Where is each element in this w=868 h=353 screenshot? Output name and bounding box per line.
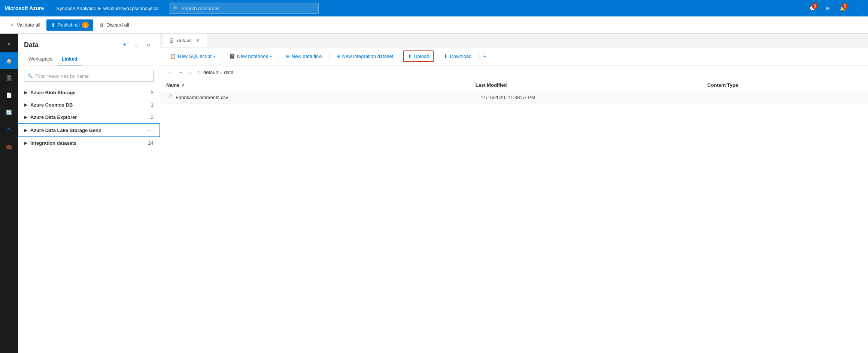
sync-nav-btn[interactable]: 🔄 — [0, 104, 18, 120]
bell-icon-btn[interactable]: 🔔 5 — [837, 2, 849, 14]
resource-count: 1 — [151, 102, 154, 108]
breadcrumb-workspace[interactable]: wsazuresynapseanalytics — [103, 6, 158, 11]
home-nav-btn[interactable]: 🏠 — [0, 52, 18, 69]
column-name-label: Name — [166, 82, 179, 88]
global-search[interactable]: 🔍 — [169, 3, 319, 14]
home-icon: 🏠 — [6, 58, 12, 64]
up-level-button[interactable]: ↑ — [195, 68, 201, 76]
side-nav: » 🏠 🗄️ 📄 🔄 ⊙ 💼 — [0, 34, 18, 353]
manage-icon: 💼 — [6, 144, 12, 150]
back-button[interactable]: ← — [166, 68, 174, 76]
dropdown-nav-button[interactable]: ⌵ — [187, 68, 193, 76]
file-name: FabrikamComments.csv — [176, 95, 481, 100]
resource-name: Azure Data Explorer — [30, 114, 151, 120]
upload-button[interactable]: ⬆ Upload — [403, 50, 434, 62]
breadcrumb-nav: ← → ⌵ ↑ default › data — [160, 65, 868, 79]
file-tab-default[interactable]: 🗄 default ✕ — [163, 34, 207, 47]
expand-collapse-btn[interactable]: » — [0, 35, 18, 52]
more-actions-button[interactable]: + — [482, 51, 488, 62]
file-row[interactable]: 📄 FabrikamComments.csv 11/16/2020, 11:38… — [160, 91, 868, 104]
sync-icon: 🔄 — [6, 110, 12, 115]
plus-icon: + — [123, 42, 126, 48]
grid-icon-btn[interactable]: ⊞ — [822, 2, 834, 14]
new-dataflow-label: New data flow — [292, 53, 322, 59]
azure-logo: Microsoft Azure — [4, 5, 44, 11]
double-chevron-icon: » — [7, 40, 10, 46]
publish-label: Publish all — [58, 22, 80, 28]
validate-label: Validate all — [17, 22, 40, 28]
search-icon: 🔍 — [173, 6, 179, 11]
validate-all-button[interactable]: ✓ Validate all — [6, 20, 45, 30]
manage-nav-btn[interactable]: 💼 — [0, 138, 18, 155]
sql-icon: 📋 — [170, 53, 176, 59]
notebook-icon: 📓 — [229, 53, 235, 59]
resource-name: Azure Data Lake Storage Gen2 — [30, 128, 143, 133]
chat-icon-btn[interactable]: 💬 3 — [807, 2, 819, 14]
trash-icon: 🗑 — [99, 22, 104, 28]
breadcrumb-arrow: ▶ — [98, 6, 101, 11]
resource-name: Integration datasets — [30, 140, 148, 146]
close-tab-button[interactable]: ✕ — [195, 37, 201, 43]
tab-linked[interactable]: Linked — [57, 53, 82, 65]
toolbar-divider — [329, 52, 330, 61]
breadcrumb-path: default › data — [203, 70, 234, 75]
new-dataflow-button[interactable]: ⊕ New data flow — [282, 51, 326, 61]
publish-all-button[interactable]: ⬆ Publish all 1 — [46, 19, 93, 31]
resource-item-integration[interactable]: ▶ Integration datasets 24 — [18, 137, 160, 149]
chevron-right-icon: ▶ — [24, 90, 27, 95]
upload-label: Upload — [414, 53, 429, 59]
publish-count-badge: 1 — [82, 22, 89, 28]
toolbar-divider — [478, 52, 479, 61]
resource-item-adls[interactable]: ▶ Azure Data Lake Storage Gen2 ··· — [18, 123, 160, 137]
resource-count: 24 — [148, 140, 154, 146]
column-modified-header[interactable]: Last Modified — [476, 82, 707, 88]
toolbar-divider — [437, 52, 437, 61]
database-nav-btn[interactable]: 🗄️ — [0, 70, 18, 86]
user-icon-btn[interactable]: 👤 — [852, 2, 864, 14]
add-resource-button[interactable]: + — [119, 40, 130, 50]
resource-item-explorer[interactable]: ▶ Azure Data Explorer 2 — [18, 111, 160, 123]
download-button[interactable]: ⬇ Download — [440, 51, 475, 61]
content-toolbar: 📋 New SQL script ▾ 📓 New notebook ▾ ⊕ Ne… — [160, 47, 868, 65]
new-notebook-button[interactable]: 📓 New notebook ▾ — [225, 51, 276, 61]
more-options-icon[interactable]: ··· — [146, 127, 154, 133]
code-nav-btn[interactable]: 📄 — [0, 87, 18, 103]
search-input[interactable] — [181, 6, 315, 11]
discard-all-button[interactable]: 🗑 Discard all — [95, 20, 134, 30]
data-panel-header: Data + ⌵ « — [18, 34, 160, 50]
resource-search-box[interactable]: 🔍 — [24, 70, 154, 82]
breadcrumb-separator: › — [220, 70, 222, 75]
chevron-right-icon: ▶ — [24, 141, 27, 145]
column-type-label: Content Type — [707, 82, 738, 88]
breadcrumb-synapse[interactable]: Synapse Analytics — [56, 6, 96, 11]
resource-item-blob[interactable]: ▶ Azure Blob Storage 3 — [18, 86, 160, 99]
column-type-header[interactable]: Content Type — [707, 82, 862, 88]
new-sql-button[interactable]: 📋 New SQL script ▾ — [166, 51, 219, 61]
filter-icon: ⌵ — [135, 42, 139, 49]
resource-search-input[interactable] — [35, 73, 151, 79]
forward-button[interactable]: → — [177, 68, 185, 76]
new-sql-label: New SQL script — [178, 53, 212, 59]
top-nav: Microsoft Azure Synapse Analytics ▶ wsaz… — [0, 0, 868, 16]
breadcrumb-default[interactable]: default — [203, 70, 218, 75]
file-table-header: Name ∧ Last Modified Content Type — [160, 79, 868, 91]
sort-icon: ∧ — [182, 83, 185, 88]
collapse-icon: « — [147, 42, 151, 48]
data-panel-title: Data — [24, 41, 39, 49]
new-integration-button[interactable]: ⊞ New integration dataset — [333, 51, 397, 61]
toolbar-divider — [400, 52, 400, 61]
chevron-right-icon: ▶ — [24, 115, 27, 120]
file-table: Name ∧ Last Modified Content Type 📄 Fabr… — [160, 79, 868, 353]
resource-item-cosmos[interactable]: ▶ Azure Cosmos DB 1 — [18, 99, 160, 111]
chat-badge: 3 — [812, 3, 818, 9]
column-name-header[interactable]: Name ∧ — [166, 82, 476, 88]
tab-workspace[interactable]: Workspace — [24, 53, 57, 65]
collapse-panel-button[interactable]: « — [143, 40, 154, 50]
nav-divider — [50, 4, 50, 13]
filter-button[interactable]: ⌵ — [131, 40, 142, 50]
resource-count: 3 — [151, 90, 154, 95]
resource-count: 2 — [151, 114, 154, 120]
monitor-nav-btn[interactable]: ⊙ — [0, 121, 18, 138]
bell-badge: 5 — [842, 3, 848, 9]
breadcrumb-data[interactable]: data — [224, 70, 233, 75]
